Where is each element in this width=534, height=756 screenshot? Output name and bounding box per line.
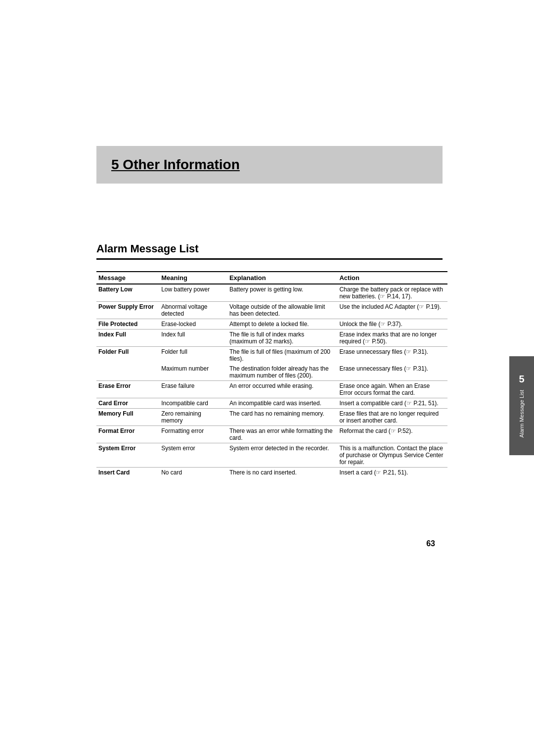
cell-action: This is a malfunction. Contact the place… (337, 443, 447, 468)
cell-action: Use the included AC Adapter (☞ P.19). (337, 302, 447, 319)
cell-action: Erase files that are no longer required … (337, 409, 447, 426)
cell-message: Battery Low (96, 284, 159, 302)
cell-action: Unlock the file (☞ P.37). (337, 319, 447, 330)
cell-action: Erase unnecessary files (☞ P.31). (337, 347, 447, 364)
section-title: Alarm Message List (96, 242, 443, 260)
table-row: Battery LowLow battery powerBattery powe… (96, 284, 447, 302)
cell-message: Memory Full (96, 409, 159, 426)
side-tab: 5 Alarm Message List (509, 356, 534, 455)
cell-explanation: There is no card inserted. (227, 468, 338, 478)
table-row: Erase ErrorErase failureAn error occurre… (96, 381, 447, 398)
cell-action: Erase once again. When an Erase Error oc… (337, 381, 447, 398)
table-row: Card ErrorIncompatible cardAn incompatib… (96, 398, 447, 409)
cell-explanation: There was an error while formatting the … (227, 426, 338, 443)
cell-message (96, 364, 159, 381)
col-header-message: Message (96, 272, 159, 284)
cell-meaning: Index full (159, 330, 227, 347)
cell-explanation: The destination folder already has the m… (227, 364, 338, 381)
cell-message: Erase Error (96, 381, 159, 398)
cell-explanation: The file is full of files (maximum of 20… (227, 347, 338, 364)
page: 5 Other Information Alarm Message List M… (0, 0, 534, 756)
chapter-title: 5 Other Information (111, 157, 240, 172)
table-row: Folder FullFolder fullThe file is full o… (96, 347, 447, 364)
cell-action: Erase unnecessary files (☞ P.31). (337, 364, 447, 381)
table-header-row: Message Meaning Explanation Action (96, 272, 447, 284)
cell-action: Reformat the card (☞ P.52). (337, 426, 447, 443)
table-row: Format ErrorFormatting errorThere was an… (96, 426, 447, 443)
cell-action: Insert a compatible card (☞ P.21, 51). (337, 398, 447, 409)
cell-meaning: Abnormal voltage detected (159, 302, 227, 319)
cell-explanation: An error occurred while erasing. (227, 381, 338, 398)
cell-meaning: Zero remaining memory (159, 409, 227, 426)
cell-message: Format Error (96, 426, 159, 443)
cell-meaning: No card (159, 468, 227, 478)
cell-meaning: Folder full (159, 347, 227, 364)
page-number: 63 (426, 539, 435, 548)
cell-explanation: The file is full of index marks (maximum… (227, 330, 338, 347)
cell-action: Erase index marks that are no longer req… (337, 330, 447, 347)
cell-meaning: Erase-locked (159, 319, 227, 330)
cell-meaning: Maximum number (159, 364, 227, 381)
alarm-table: Message Meaning Explanation Action Batte… (96, 271, 447, 477)
chapter-header: 5 Other Information (96, 146, 443, 184)
col-header-explanation: Explanation (227, 272, 338, 284)
cell-explanation: Attempt to delete a locked file. (227, 319, 338, 330)
cell-meaning: Incompatible card (159, 398, 227, 409)
table-row: Power Supply ErrorAbnormal voltage detec… (96, 302, 447, 319)
cell-explanation: System error detected in the recorder. (227, 443, 338, 468)
cell-meaning: System error (159, 443, 227, 468)
cell-meaning: Erase failure (159, 381, 227, 398)
cell-message: Folder Full (96, 347, 159, 364)
cell-explanation: The card has no remaining memory. (227, 409, 338, 426)
cell-explanation: Voltage outside of the allowable limit h… (227, 302, 338, 319)
table-row: Maximum numberThe destination folder alr… (96, 364, 447, 381)
cell-action: Charge the battery pack or replace with … (337, 284, 447, 302)
content-area: Message Meaning Explanation Action Batte… (96, 271, 447, 477)
cell-explanation: An incompatible card was inserted. (227, 398, 338, 409)
section-heading: Alarm Message List (96, 242, 443, 260)
col-header-action: Action (337, 272, 447, 284)
cell-meaning: Low battery power (159, 284, 227, 302)
table-row: System ErrorSystem errorSystem error det… (96, 443, 447, 468)
cell-message: Insert Card (96, 468, 159, 478)
table-row: Index FullIndex fullThe file is full of … (96, 330, 447, 347)
table-row: File ProtectedErase-lockedAttempt to del… (96, 319, 447, 330)
cell-explanation: Battery power is getting low. (227, 284, 338, 302)
side-tab-text: Alarm Message List (519, 390, 525, 438)
col-header-meaning: Meaning (159, 272, 227, 284)
table-row: Memory FullZero remaining memoryThe card… (96, 409, 447, 426)
cell-message: Card Error (96, 398, 159, 409)
cell-message: Power Supply Error (96, 302, 159, 319)
side-tab-number: 5 (519, 374, 524, 385)
table-row: Insert CardNo cardThere is no card inser… (96, 468, 447, 478)
cell-message: System Error (96, 443, 159, 468)
cell-message: File Protected (96, 319, 159, 330)
cell-message: Index Full (96, 330, 159, 347)
cell-action: Insert a card (☞ P.21, 51). (337, 468, 447, 478)
cell-meaning: Formatting error (159, 426, 227, 443)
